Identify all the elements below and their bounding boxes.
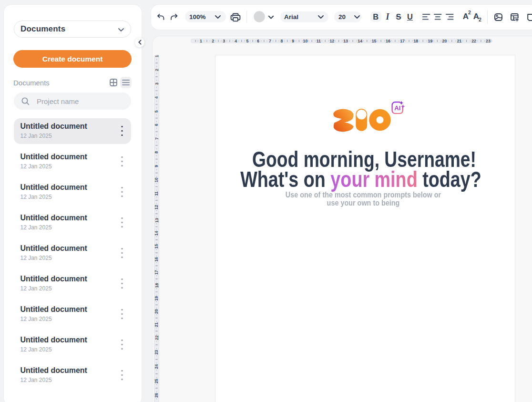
svg-text:10: 10 bbox=[154, 177, 159, 182]
svg-text:24: 24 bbox=[154, 364, 159, 369]
svg-text:20: 20 bbox=[154, 309, 159, 314]
svg-text:5: 5 bbox=[246, 39, 249, 43]
svg-text:26: 26 bbox=[154, 393, 159, 398]
svg-text:7: 7 bbox=[154, 137, 159, 140]
svg-text:4: 4 bbox=[235, 39, 237, 43]
svg-text:17: 17 bbox=[154, 270, 159, 275]
svg-text:5: 5 bbox=[154, 110, 159, 113]
svg-text:25: 25 bbox=[154, 379, 159, 383]
svg-text:2: 2 bbox=[212, 39, 214, 43]
svg-text:AI: AI bbox=[394, 104, 400, 112]
svg-text:16: 16 bbox=[386, 39, 390, 43]
svg-text:15: 15 bbox=[154, 244, 159, 249]
svg-text:6: 6 bbox=[154, 124, 159, 126]
svg-text:16: 16 bbox=[154, 257, 159, 262]
svg-text:8: 8 bbox=[280, 39, 283, 43]
svg-text:7: 7 bbox=[269, 39, 271, 43]
svg-text:15: 15 bbox=[372, 39, 377, 43]
svg-text:2: 2 bbox=[154, 69, 159, 71]
svg-text:17: 17 bbox=[400, 39, 405, 43]
svg-text:21: 21 bbox=[457, 39, 461, 43]
svg-text:20: 20 bbox=[442, 39, 447, 43]
svg-text:3: 3 bbox=[223, 39, 225, 43]
svg-text:14: 14 bbox=[358, 39, 362, 43]
svg-text:22: 22 bbox=[471, 39, 476, 43]
svg-text:13: 13 bbox=[343, 39, 348, 43]
svg-text:11: 11 bbox=[154, 191, 159, 196]
svg-text:1: 1 bbox=[154, 55, 159, 57]
svg-text:8: 8 bbox=[154, 151, 159, 154]
svg-text:21: 21 bbox=[154, 322, 159, 327]
svg-text:13: 13 bbox=[154, 218, 159, 223]
svg-text:23: 23 bbox=[154, 350, 159, 355]
svg-text:12: 12 bbox=[329, 39, 334, 43]
svg-text:3: 3 bbox=[154, 82, 159, 85]
svg-text:18: 18 bbox=[154, 283, 159, 288]
svg-text:14: 14 bbox=[154, 231, 159, 236]
svg-text:9: 9 bbox=[292, 39, 294, 43]
svg-text:4: 4 bbox=[154, 96, 159, 99]
svg-text:6: 6 bbox=[257, 39, 259, 43]
svg-text:9: 9 bbox=[154, 165, 159, 167]
svg-text:19: 19 bbox=[154, 296, 159, 301]
svg-text:11: 11 bbox=[317, 39, 321, 43]
svg-text:18: 18 bbox=[413, 39, 418, 43]
svg-text:22: 22 bbox=[154, 335, 159, 340]
svg-text:10: 10 bbox=[303, 39, 308, 43]
svg-text:12: 12 bbox=[154, 205, 159, 210]
svg-text:23: 23 bbox=[486, 39, 491, 43]
svg-text:19: 19 bbox=[428, 39, 433, 43]
svg-text:1: 1 bbox=[200, 39, 202, 43]
